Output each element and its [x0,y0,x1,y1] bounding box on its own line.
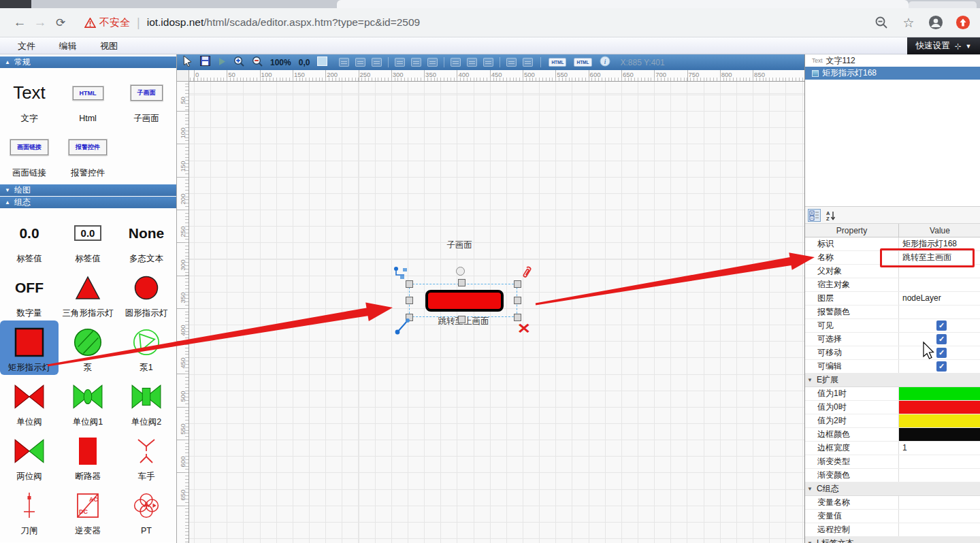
palette-item-三角形指示灯[interactable]: 三角形指示灯 [59,266,117,320]
align-tool-icon-2[interactable] [372,58,382,67]
bookmark-star-icon[interactable]: ☆ [901,15,916,30]
property-row-渐变类型[interactable]: 渐变类型 [805,455,980,469]
palette-item-子画面[interactable]: 子画面子画面 [117,71,176,126]
property-value[interactable] [899,469,980,482]
align-tool-icon-6[interactable] [451,58,461,67]
browser-update-icon[interactable] [956,15,970,30]
attach-paperclip-icon[interactable] [520,265,532,283]
menu-view[interactable]: 视图 [97,37,120,55]
property-value[interactable] [899,401,980,414]
pointer-tool-icon[interactable] [182,55,193,69]
palette-item-PT[interactable]: PT [117,484,176,538]
checkbox-checked[interactable]: ✓ [936,320,947,331]
palette-item-单位阀[interactable]: 单位阀 [0,375,59,429]
zoom-page-icon[interactable] [874,15,889,30]
align-tool-icon-9[interactable] [506,58,517,67]
palette-item-车手[interactable]: 车手 [117,429,176,484]
connector-line-icon[interactable] [394,318,410,338]
resize-handle[interactable] [514,297,521,304]
palette-item-泵[interactable]: 泵 [59,320,117,375]
resize-handle[interactable] [458,316,466,323]
property-row-可编辑[interactable]: 可编辑✓ [805,360,980,374]
zoom-in-icon[interactable] [233,56,244,69]
palette-item-矩形指示灯[interactable]: 矩形指示灯 [0,320,59,375]
property-row-值为1时[interactable]: 值为1时 [805,387,980,401]
property-row-名称[interactable]: 名称跳转至主画面 [805,251,980,265]
property-row-报警颜色[interactable]: 报警颜色 [805,306,980,319]
property-value[interactable]: 矩形指示灯168 [899,237,980,250]
property-value[interactable]: ✓ [899,319,980,332]
property-value[interactable] [899,306,980,318]
quick-settings-dropdown-icon[interactable]: ▼ [966,43,972,50]
property-row-图层[interactable]: 图层nodeLayer [805,292,980,306]
design-canvas[interactable]: 子画面 跳转至上画面 ✕ [189,82,804,543]
property-row-C组态[interactable]: C组态 [805,482,980,496]
info-icon[interactable]: i [600,56,610,69]
value-column-header[interactable]: Value [899,224,980,237]
subscreen-text-element[interactable]: 子画面 [444,240,474,251]
align-tool-icon-4[interactable] [411,58,421,67]
property-column-header[interactable]: Property [805,224,899,237]
align-tool-icon-0[interactable] [339,58,349,67]
zoom-out-icon[interactable] [252,56,263,69]
delete-x-icon[interactable]: ✕ [517,320,531,337]
property-value[interactable]: 跳转至主画面 [899,251,980,264]
align-tool-icon-3[interactable] [395,58,405,67]
property-value[interactable] [899,496,980,509]
property-value[interactable]: ✓ [899,333,980,346]
align-tool-icon-8[interactable] [483,58,493,67]
color-swatch[interactable] [899,414,980,427]
sort-alphabetical-icon[interactable]: AZ [824,209,837,222]
property-row-标识[interactable]: 标识矩形指示灯168 [805,237,980,251]
reload-icon[interactable]: ⟳ [50,16,71,30]
property-row-父对象[interactable]: 父对象 [805,265,980,278]
html-export-icon[interactable]: HTML [549,58,566,67]
palette-section-header-2[interactable]: ▲组态 [0,197,176,208]
forward-icon[interactable]: → [30,15,50,30]
property-value[interactable] [899,265,980,278]
property-value[interactable] [899,510,980,523]
run-icon[interactable] [218,56,226,69]
property-row-可选择[interactable]: 可选择✓ [805,333,980,346]
palette-item-单位阀2[interactable]: 单位阀2 [117,375,176,429]
property-value[interactable] [899,455,980,468]
html-preview-icon[interactable]: HTML [574,58,591,67]
property-value[interactable]: ✓ [899,360,980,373]
active-tab[interactable] [337,0,909,8]
property-row-变量值[interactable]: 变量值 [805,510,980,523]
connector-anchor-icon[interactable] [393,266,408,282]
menu-file[interactable]: 文件 [15,37,38,55]
palette-item-文字[interactable]: Text文字 [0,71,59,126]
color-swatch[interactable] [899,401,980,414]
address-bar[interactable]: 不安全 | iot.idosp.net/html/scada/editor.as… [84,16,866,30]
palette-item-逆变器[interactable]: ACDC逆变器 [59,484,117,538]
align-tool-icon-1[interactable] [355,58,365,67]
property-row-边框宽度[interactable]: 边框宽度1 [805,442,980,455]
property-value[interactable]: 1 [899,442,980,455]
palette-item-泵1[interactable]: 泵1 [117,320,176,375]
palette-item-单位阀1[interactable]: 单位阀1 [59,375,117,429]
palette-item-刀闸[interactable]: 刀闸 [0,484,59,538]
property-row-边框颜色[interactable]: 边框颜色 [805,428,980,442]
tree-item-1[interactable]: 矩形指示灯168 [805,67,980,80]
palette-item-画面链接[interactable]: 画面链接画面链接 [0,126,59,180]
rotate-handle[interactable] [456,267,465,276]
property-value[interactable]: ✓ [899,346,980,359]
palette-item-报警控件[interactable]: 报警控件报警控件 [59,126,117,180]
property-row-变量名称[interactable]: 变量名称 [805,496,980,510]
back-icon[interactable]: ← [10,15,30,30]
tree-item-0[interactable]: Text文字112 [805,54,980,67]
align-tool-icon-5[interactable] [427,58,438,67]
property-row-可见[interactable]: 可见✓ [805,319,980,333]
resize-handle[interactable] [458,279,466,286]
url-text[interactable]: iot.idosp.net/html/scada/editor.aspx.htm… [147,16,421,29]
palette-item-多态文本[interactable]: None多态文本 [117,212,176,266]
align-tool-icon-7[interactable] [467,58,477,67]
property-value[interactable] [899,278,980,291]
checkbox-checked[interactable]: ✓ [936,334,947,344]
color-swatch[interactable] [899,428,980,441]
property-row-宿主对象[interactable]: 宿主对象 [805,278,980,292]
profile-avatar-icon[interactable] [928,15,943,30]
palette-item-圆形指示灯[interactable]: 圆形指示灯 [117,266,176,320]
property-row-渐变颜色[interactable]: 渐变颜色 [805,469,980,482]
